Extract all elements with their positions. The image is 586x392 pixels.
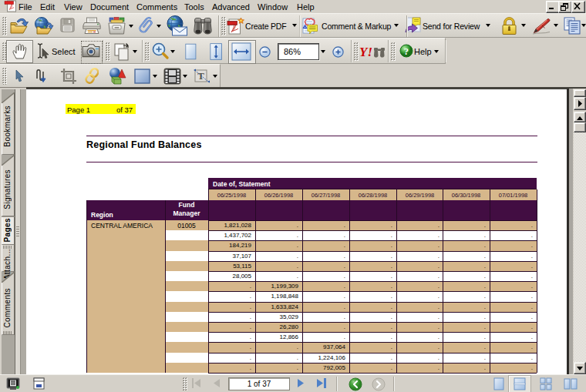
svg-text:?: ? [404,46,409,57]
